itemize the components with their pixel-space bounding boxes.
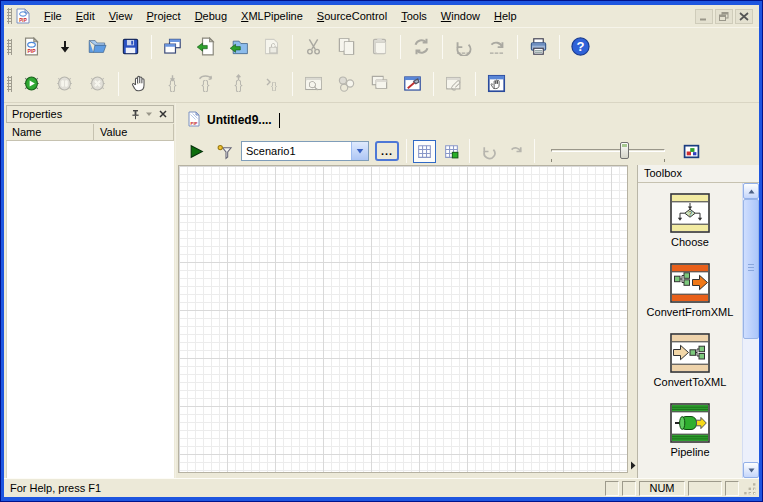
column-header-value[interactable]: Value — [94, 124, 174, 140]
save-icon[interactable] — [117, 33, 144, 60]
close-button[interactable] — [735, 9, 753, 24]
toolbar-grip[interactable] — [7, 76, 12, 92]
pipeline-canvas[interactable] — [178, 165, 628, 473]
svg-text:{}: {} — [270, 81, 276, 91]
toolbox-item-choose[interactable]: ? Choose — [670, 193, 710, 248]
zoom-slider-track — [551, 149, 665, 152]
toolbox-item-convertfromxml[interactable]: ConvertFromXML — [647, 263, 734, 318]
text-cursor — [279, 113, 280, 128]
stop-debugging-icon[interactable] — [84, 70, 111, 97]
zoom-slider-thumb[interactable] — [620, 142, 629, 159]
attach-window-icon[interactable] — [441, 70, 468, 97]
display-settings-icon[interactable] — [679, 139, 703, 163]
step-out-icon[interactable]: {} — [225, 70, 252, 97]
copy-icon[interactable] — [333, 33, 360, 60]
paste-icon[interactable] — [366, 33, 393, 60]
import-document-icon[interactable] — [192, 33, 219, 60]
window-controls — [695, 9, 759, 24]
menu-view[interactable]: View — [102, 7, 140, 25]
menu-help[interactable]: Help — [487, 7, 524, 25]
svg-text:{}: {} — [202, 78, 210, 92]
column-header-name[interactable]: Name — [6, 124, 94, 140]
step-over-icon[interactable]: {} — [192, 70, 219, 97]
debug-windows-icon[interactable] — [366, 70, 393, 97]
breakpoints-icon[interactable] — [333, 70, 360, 97]
snap-to-grid-button[interactable] — [440, 140, 463, 163]
run-pipeline-icon[interactable] — [184, 139, 208, 163]
preview-result-icon[interactable] — [212, 139, 236, 163]
browse-scenario-button[interactable]: ... — [375, 141, 399, 161]
toolbar-grip[interactable] — [7, 8, 12, 24]
menu-edit[interactable]: Edit — [69, 7, 102, 25]
undo-layout-icon[interactable] — [476, 139, 500, 163]
help-icon[interactable]: ? — [567, 33, 594, 60]
import-folder-icon[interactable] — [225, 33, 252, 60]
pipeline-icon — [670, 403, 710, 443]
zoom-slider[interactable] — [547, 140, 669, 162]
app-frame: PIP File Edit View Project Debug XMLPipe… — [4, 5, 759, 497]
open-folder-icon[interactable] — [84, 33, 111, 60]
status-pane — [605, 481, 619, 496]
document-tab[interactable]: PIP Untitled9.... — [182, 107, 282, 133]
locked-document-icon[interactable] — [258, 33, 285, 60]
scenario-toolbar: Scenario1 ... — [176, 137, 759, 165]
scrollbar-track[interactable] — [743, 199, 759, 462]
minimize-button[interactable] — [695, 9, 713, 24]
combobox-dropdown-button[interactable] — [351, 142, 368, 160]
scrollbar-thumb[interactable] — [743, 199, 759, 339]
redo-icon[interactable] — [483, 33, 510, 60]
convert-from-xml-icon — [670, 263, 710, 303]
scenario-combobox[interactable]: Scenario1 — [241, 141, 369, 161]
properties-body — [6, 141, 174, 478]
start-debugging-icon[interactable] — [18, 70, 45, 97]
app-logo-icon: PIP — [15, 8, 33, 24]
splitter-collapse-icon[interactable] — [630, 461, 636, 470]
toolbar-separator — [118, 72, 119, 96]
resize-grip[interactable] — [742, 481, 757, 496]
debug-toolbar: {} {} {} {} — [4, 65, 759, 103]
step-into-icon[interactable]: {} — [159, 70, 186, 97]
break-hand-icon[interactable] — [126, 70, 153, 97]
redo-layout-icon[interactable] — [504, 139, 528, 163]
toolbox-item-pipeline[interactable]: Pipeline — [670, 403, 710, 458]
refresh-icon[interactable] — [408, 33, 435, 60]
new-pipeline-document-icon[interactable]: PIP — [18, 33, 45, 60]
toolbox-item-converttoxml[interactable]: ConvertToXML — [654, 333, 727, 388]
toolbox-scrollbar[interactable] — [742, 183, 759, 478]
chevron-down-icon[interactable] — [142, 107, 156, 121]
toolbar-separator — [475, 72, 476, 96]
menu-debug[interactable]: Debug — [188, 7, 234, 25]
quick-watch-icon[interactable] — [300, 70, 327, 97]
menu-file[interactable]: File — [37, 7, 69, 25]
scroll-up-icon[interactable] — [743, 183, 759, 199]
scroll-down-icon[interactable] — [743, 462, 759, 478]
pin-icon[interactable] — [128, 107, 142, 121]
undo-icon[interactable] — [450, 33, 477, 60]
toolbar-grip[interactable] — [7, 39, 12, 55]
menu-window[interactable]: Window — [434, 7, 487, 25]
pan-view-icon[interactable] — [483, 70, 510, 97]
svg-text:PIP: PIP — [190, 121, 197, 126]
choose-icon: ? — [670, 193, 710, 233]
menu-xmlpipeline[interactable]: XMLPipeline — [234, 7, 310, 25]
print-icon[interactable] — [525, 33, 552, 60]
show-grid-button[interactable] — [413, 140, 436, 163]
menu-project[interactable]: Project — [139, 7, 187, 25]
close-icon[interactable] — [156, 107, 170, 121]
debug-options-icon[interactable] — [399, 70, 426, 97]
restore-button[interactable] — [715, 9, 733, 24]
cut-icon[interactable] — [300, 33, 327, 60]
new-window-icon[interactable] — [159, 33, 186, 60]
menu-tools[interactable]: Tools — [394, 7, 434, 25]
menu-sourcecontrol[interactable]: SourceControl — [310, 7, 394, 25]
open-location-icon[interactable] — [51, 33, 78, 60]
run-to-cursor-icon[interactable]: {} — [258, 70, 285, 97]
toolbox-splitter[interactable] — [628, 165, 637, 478]
status-pane — [622, 481, 636, 496]
toolbar-separator — [400, 35, 401, 59]
main-area: Properties Name Value PIP Untitled9.... — [4, 103, 759, 478]
toolbox-item-label: ConvertFromXML — [647, 306, 734, 318]
pause-debugging-icon[interactable] — [51, 70, 78, 97]
toolbar-separator — [151, 35, 152, 59]
toolbar-separator — [442, 35, 443, 59]
